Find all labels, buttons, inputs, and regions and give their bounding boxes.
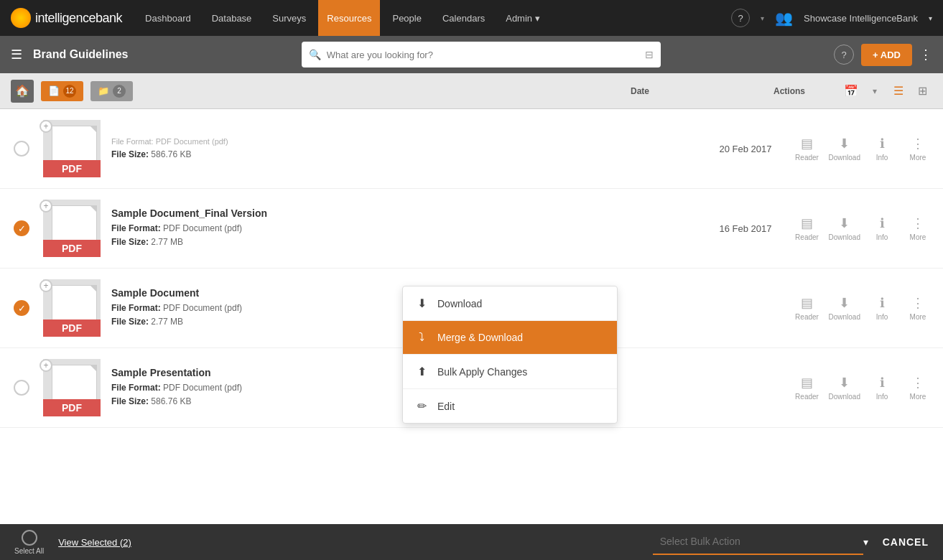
download-action-button[interactable]: ⬇ Download [829,375,860,401]
view-chevron-button[interactable]: ▾ [865,81,885,101]
info-action-button[interactable]: ℹ Info [868,375,896,401]
bulk-item-edit[interactable]: ✏ Edit [403,389,617,423]
doc-tab[interactable]: 📄 12 [41,81,83,101]
reader-action-button[interactable]: ▤ Reader [793,375,822,401]
info-label: Info [876,313,888,321]
bulk-item-merge-label: Merge & Download [437,332,523,343]
download-label: Download [829,233,860,241]
filter-icon[interactable]: ⊟ [645,49,654,60]
file-checkbox-checked[interactable]: ✓ [14,300,29,316]
nav-item-resources[interactable]: Resources [318,0,380,36]
more-icon: ⋮ [911,375,924,391]
add-to-selection-icon[interactable]: + [40,200,52,213]
nav-items: Dashboard Database Surveys Resources Peo… [136,0,717,36]
reader-action-button[interactable]: ▤ Reader [793,215,822,241]
nav-item-surveys[interactable]: Surveys [264,0,315,36]
help-circle-button[interactable]: ? [834,45,854,65]
content-area: + PDF File Format: PDF Document (pdf) Fi… [0,109,943,524]
download-icon: ⬇ [839,136,850,151]
search-icon: 🔍 [309,49,321,60]
more-icon: ⋮ [911,295,924,311]
file-date: 20 Feb 2017 [702,144,789,154]
more-action-button[interactable]: ⋮ More [903,375,932,401]
file-thumbnail: + PDF [43,120,101,177]
download-icon: ⬇ [839,375,850,391]
add-button[interactable]: + ADD [861,44,912,66]
username-chevron-icon: ▾ [929,14,932,22]
add-to-selection-icon[interactable]: + [40,279,52,292]
bulk-item-apply-changes[interactable]: ⬆ Bulk Apply Changes [403,355,617,389]
user-icon: 👥 [775,9,793,27]
list-view-button[interactable]: ☰ [888,81,909,101]
info-action-button[interactable]: ℹ Info [868,136,896,162]
calendar-view-button[interactable]: 📅 [841,81,861,101]
file-size-value: 586.76 KB [151,149,191,159]
info-icon: ℹ [880,295,885,311]
reader-icon: ▤ [801,136,813,151]
help-button[interactable]: ? [731,9,750,27]
reader-icon: ▤ [801,295,813,311]
nav-item-calendars[interactable]: Calendars [434,0,493,36]
file-checkbox[interactable] [14,141,29,157]
file-thumbnail: + PDF [43,200,101,257]
add-to-selection-icon[interactable]: + [40,120,52,133]
nav-right: ? ▾ 👥 Showcase IntelligenceBank ▾ [731,9,932,27]
more-icon: ⋮ [911,215,924,231]
file-thumbnail: + PDF [43,359,101,416]
nav-item-dashboard[interactable]: Dashboard [136,0,200,36]
more-action-button[interactable]: ⋮ More [903,295,932,321]
reader-label: Reader [795,393,819,401]
download-action-button[interactable]: ⬇ Download [829,215,860,241]
grid-view-button[interactable]: ⊞ [912,81,932,101]
logo-sun-icon [11,8,31,28]
more-action-button[interactable]: ⋮ More [903,136,932,162]
logo[interactable]: intelligencebank [11,8,122,28]
sub-header: ☰ Brand Guidelines 🔍 ⊟ ? + ADD ⋮ [0,36,943,73]
bulk-item-download-label: Download [437,298,482,309]
info-action-button[interactable]: ℹ Info [868,295,896,321]
more-label: More [910,154,926,162]
download-action-button[interactable]: ⬇ Download [829,136,860,162]
home-button[interactable]: 🏠 [11,80,34,103]
info-icon: ℹ [880,136,885,151]
add-to-selection-icon[interactable]: + [40,359,52,372]
reader-action-button[interactable]: ▤ Reader [793,136,822,162]
toolbar: 🏠 📄 12 📁 2 Date Actions 📅 ▾ ☰ ⊞ [0,73,943,109]
file-thumbnail: + PDF [43,279,101,337]
download-label: Download [829,313,860,321]
pdf-badge: PDF [43,240,101,257]
file-checkbox-checked[interactable]: ✓ [14,220,29,236]
top-nav: intelligencebank Dashboard Database Surv… [0,0,943,36]
info-action-button[interactable]: ℹ Info [868,215,896,241]
more-action-button[interactable]: ⋮ More [903,215,932,241]
username[interactable]: Showcase IntelligenceBank [804,13,918,24]
download-action-button[interactable]: ⬇ Download [829,295,860,321]
file-actions: ▤ Reader ⬇ Download ℹ Info ⋮ More [789,215,932,241]
nav-item-people[interactable]: People [384,0,429,36]
bulk-item-apply-label: Bulk Apply Changes [437,366,527,378]
kebab-menu-button[interactable]: ⋮ [919,47,932,62]
reader-action-button[interactable]: ▤ Reader [793,295,822,321]
search-input[interactable] [302,42,661,67]
hamburger-icon[interactable]: ☰ [11,47,22,62]
pdf-badge: PDF [43,160,101,177]
info-label: Info [876,233,888,241]
file-actions: ▤ Reader ⬇ Download ℹ Info ⋮ More [789,295,932,321]
pdf-badge: PDF [43,399,101,416]
doc-count-badge: 12 [63,85,76,98]
file-actions: ▤ Reader ⬇ Download ℹ Info ⋮ More [789,136,932,162]
nav-item-database[interactable]: Database [203,0,261,36]
file-info: Sample Document_Final Version File Forma… [111,207,702,249]
info-icon: ℹ [880,375,885,391]
file-size-label: File Size: [111,149,149,159]
file-checkbox[interactable] [14,380,29,396]
pdf-badge: PDF [43,319,101,337]
folder-count-badge: 2 [113,85,126,98]
file-row: ✓ + PDF Sample Document_Final Version Fi… [0,189,943,269]
bulk-item-merge-download[interactable]: ⤵ Merge & Download [403,321,617,355]
nav-item-admin[interactable]: Admin ▾ [497,0,548,36]
folder-tab[interactable]: 📁 2 [90,81,133,101]
download-label: Download [829,154,860,162]
file-date: 16 Feb 2017 [702,223,789,234]
bulk-item-download[interactable]: ⬇ Download [403,286,617,321]
